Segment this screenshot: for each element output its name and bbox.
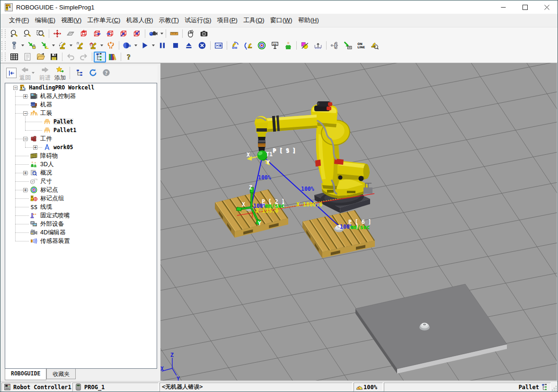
cycle-button[interactable] [242, 40, 255, 51]
play-button[interactable] [138, 40, 151, 51]
zoom-out-button[interactable] [21, 28, 34, 39]
ruler-button[interactable] [168, 28, 181, 39]
folder-button[interactable] [34, 52, 47, 62]
jog-coord-button[interactable] [38, 40, 52, 51]
tree-expander-plus[interactable]: + [23, 188, 27, 192]
home-robot-button[interactable] [87, 40, 100, 51]
menu-S[interactable]: 试运行(S) [182, 14, 213, 27]
tree-expander-minus[interactable]: − [23, 111, 27, 116]
menu-H[interactable]: 帮助(H) [296, 14, 321, 27]
fault-reset-button[interactable] [229, 40, 242, 51]
maximize-button[interactable] [514, 0, 536, 14]
tree-item-机器[interactable]: 机器 [5, 100, 157, 109]
menu-W[interactable]: 窗口(W) [268, 14, 295, 27]
books-button[interactable] [106, 52, 119, 62]
tree-item-Pallet1[interactable]: Pallet1 [5, 126, 157, 134]
tree-expander-plus[interactable]: + [23, 94, 27, 98]
menu-C[interactable]: 工作单元(C) [85, 14, 123, 27]
undo-button[interactable] [64, 52, 77, 62]
snapshot-button[interactable] [197, 28, 211, 39]
refresh-button[interactable] [88, 67, 98, 78]
tree-item-工件[interactable]: −工件 [5, 134, 157, 143]
menu-T[interactable]: 示教(T) [157, 14, 182, 27]
tree-item-3D人[interactable]: 3D人 [5, 160, 157, 169]
play-dropdown-icon[interactable] [152, 45, 155, 46]
cube-right-button[interactable] [104, 28, 117, 39]
target-button[interactable] [255, 40, 268, 51]
camera-view-button[interactable] [147, 28, 160, 39]
stop-button[interactable] [169, 40, 182, 51]
redo-button[interactable] [77, 52, 90, 62]
menu-O[interactable]: 工具(O) [241, 14, 267, 27]
tree-item-概况[interactable]: +概况 [5, 169, 157, 177]
torch-button[interactable] [8, 40, 21, 51]
tree-item-工装[interactable]: −工装 [5, 109, 157, 117]
tree-item-传感器装置[interactable]: 传感器装置 [5, 237, 157, 245]
mouse-tool-button[interactable] [184, 28, 197, 39]
profile-2d-dropdown-icon[interactable] [134, 45, 137, 46]
doc-button[interactable] [21, 52, 34, 62]
tree-expander-plus[interactable]: + [23, 171, 27, 175]
toolbar-grip[interactable] [1, 41, 6, 50]
camera-view-dropdown-icon[interactable] [160, 33, 163, 35]
menu-R[interactable]: 机器人(R) [124, 14, 155, 27]
grid-table-button[interactable] [8, 52, 21, 62]
tree-toggle-button[interactable] [94, 52, 106, 62]
toolbar-grip[interactable] [1, 29, 6, 38]
help-button[interactable] [123, 52, 136, 62]
menu-E[interactable]: 编辑(E) [33, 14, 58, 27]
back-button[interactable]: 返回 [19, 66, 31, 82]
gripper-button[interactable] [104, 40, 117, 51]
profile-2d-button[interactable] [121, 40, 134, 51]
menu-P[interactable]: 项目(P) [215, 14, 240, 27]
zoom-in-button[interactable] [8, 28, 21, 39]
online-kb-button[interactable] [341, 40, 354, 51]
tab-收藏夹[interactable]: 收藏夹 [46, 369, 76, 379]
tree-item-固定式喷嘴[interactable]: 固定式喷嘴 [5, 211, 157, 220]
jog-coord-dropdown-icon[interactable] [52, 45, 55, 46]
tree-view-button[interactable] [74, 67, 85, 78]
tree-item-4D编辑器[interactable]: 4D编辑器 [5, 228, 157, 237]
menu-V[interactable]: 视图(V) [59, 14, 84, 27]
back-dropdown-icon[interactable] [32, 72, 35, 74]
close-button[interactable] [536, 0, 558, 14]
find-robot-button[interactable] [368, 40, 381, 51]
cube-left-button[interactable] [90, 28, 104, 39]
tree-item-work05[interactable]: +work05 [5, 143, 157, 151]
add-button[interactable]: 添加 [54, 66, 66, 82]
collapse-panel-button[interactable] [6, 68, 17, 78]
cube-se-button[interactable] [130, 28, 143, 39]
abort-button[interactable] [195, 40, 209, 51]
resize-grip[interactable] [551, 383, 558, 392]
jog-lock-button[interactable] [25, 40, 38, 51]
pause-button[interactable] [156, 40, 169, 51]
tree-item-线缆[interactable]: 线缆 [5, 203, 157, 211]
tree-expander-minus[interactable]: − [23, 137, 27, 141]
minimize-button[interactable] [492, 0, 514, 14]
tree-expander-plus[interactable]: + [33, 145, 37, 150]
tree-item-尺寸[interactable]: 尺寸 [5, 177, 157, 186]
plane-view-button[interactable] [64, 28, 77, 39]
tree-item-标记点[interactable]: +标记点 [5, 186, 157, 194]
save-button[interactable] [47, 52, 61, 62]
forward-button[interactable]: 前进 [39, 66, 51, 82]
tree-item-Pallet[interactable]: Pallet [5, 117, 157, 126]
online-button[interactable] [354, 40, 368, 51]
home-robot-dropdown-icon[interactable] [100, 45, 103, 46]
eject-button[interactable] [182, 40, 195, 51]
tab-ROBOGUIDE[interactable]: ROBOGUIDE [5, 369, 46, 380]
zoom-window-button[interactable] [34, 28, 47, 39]
center-view-button[interactable] [51, 28, 64, 39]
tree-item-机器人控制器[interactable]: +机器人控制器 [5, 92, 157, 100]
teach-robot-button[interactable] [56, 40, 69, 51]
run-panel-button[interactable] [212, 40, 225, 51]
person-button[interactable] [282, 40, 295, 51]
draw-shapes-button[interactable] [298, 40, 311, 51]
tree-item-障碍物[interactable]: 障碍物 [5, 151, 157, 160]
tree-expander-minus[interactable]: − [13, 86, 18, 90]
menu-F[interactable]: 文件(F) [7, 14, 32, 27]
torch-dropdown-icon[interactable] [21, 45, 24, 46]
cube-ne-button[interactable] [117, 28, 130, 39]
teach-robot-dropdown-icon[interactable] [70, 45, 72, 46]
dock-measure-button[interactable] [311, 40, 325, 51]
